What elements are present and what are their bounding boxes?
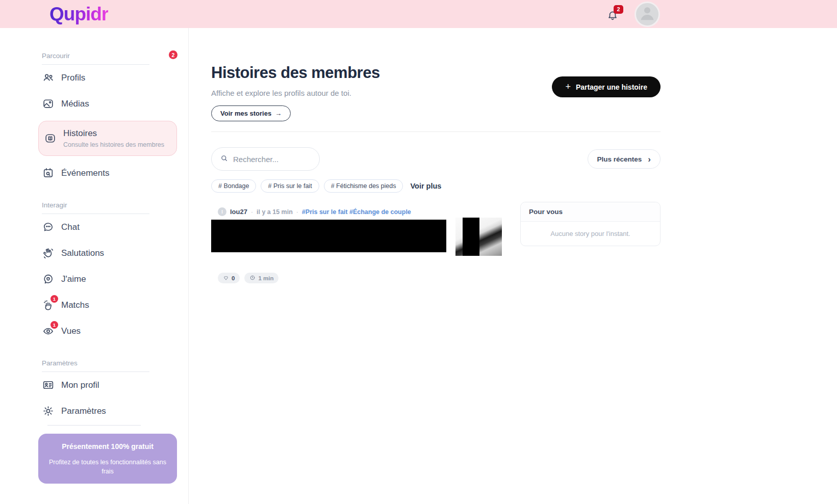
page-header-text: Histoires des membres Affiche et explore… xyxy=(211,64,380,121)
story-meta: l lou27 · il y a 15 min · #Pris sur le f… xyxy=(211,207,511,216)
story-author-name[interactable]: lou27 xyxy=(230,208,247,216)
section-badge: 2 xyxy=(169,50,177,59)
heart-bubble-icon xyxy=(42,273,55,285)
sidebar-item-label: Histoires xyxy=(63,128,164,139)
my-stories-button[interactable]: Voir mes stories → xyxy=(211,105,291,121)
like-button[interactable]: 0 xyxy=(218,273,240,283)
my-stories-label: Voir mes stories xyxy=(220,110,271,117)
sidebar-bottom: Présentement 100% gratuit Profitez de to… xyxy=(0,425,188,504)
chevron-right-icon: › xyxy=(648,155,651,164)
user-avatar[interactable] xyxy=(635,2,660,27)
see-more-tags-button[interactable]: Voir plus xyxy=(410,182,441,190)
sidebar-item-label: Paramètres xyxy=(61,406,106,416)
section-label: Parcourir xyxy=(42,52,70,60)
notifications-badge: 2 xyxy=(614,5,623,14)
sidebar-item-histoires[interactable]: Histoires Consulte les histoires des mem… xyxy=(38,121,177,156)
vues-badge: 1 xyxy=(50,321,58,329)
sidebar-item-label: Mon profil xyxy=(61,380,99,390)
meta-separator: · xyxy=(296,208,298,216)
story-thumbnail-image[interactable] xyxy=(455,218,502,256)
topbar-actions: 2 xyxy=(606,0,660,28)
sidebar-item-label: Événements xyxy=(61,168,110,178)
sidebar-item-label: Matchs xyxy=(61,300,89,310)
sidebar-item-salutations[interactable]: Salutations xyxy=(0,240,188,266)
sidebar-item-evenements[interactable]: Événements xyxy=(0,160,188,186)
arrow-right-icon: → xyxy=(275,110,282,117)
sidebar-item-label: Profils xyxy=(61,73,85,83)
story-card: l lou27 · il y a 15 min · #Pris sur le f… xyxy=(211,202,511,283)
sidebar-item-label: J'aime xyxy=(61,274,86,284)
plus-icon: + xyxy=(565,82,571,92)
sidebar-item-subtitle: Consulte les histoires des membres xyxy=(63,141,164,148)
id-card-icon xyxy=(42,379,55,391)
tag-chip-bondage[interactable]: # Bondage xyxy=(211,179,256,193)
page-header: Histoires des membres Affiche et explore… xyxy=(211,28,661,121)
story-book-icon xyxy=(44,132,57,145)
search-box[interactable] xyxy=(211,147,320,171)
sort-button[interactable]: Plus récentes › xyxy=(588,149,661,169)
sidebar-section-interagir: Interagir xyxy=(42,201,149,214)
chat-bubble-icon xyxy=(42,221,55,233)
tag-chip-pris-sur-le-fait[interactable]: # Pris sur le fait xyxy=(261,179,319,193)
sidebar-item-label: Chat xyxy=(61,222,80,232)
story-media xyxy=(211,220,511,256)
sidebar-item-profils[interactable]: Profils xyxy=(0,65,188,91)
app-logo[interactable]: Qupidr xyxy=(49,4,108,25)
promo-text: Profitez de toutes les fonctionnalités s… xyxy=(46,458,169,476)
sidebar-item-label: Salutations xyxy=(61,248,104,258)
image-icon xyxy=(42,97,55,110)
sidebar-item-medias[interactable]: Médias xyxy=(0,91,188,117)
sidebar-item-label: Médias xyxy=(61,99,89,109)
search-row: Plus récentes › xyxy=(211,147,661,171)
content-row: l lou27 · il y a 15 min · #Pris sur le f… xyxy=(211,202,661,283)
avatar-silhouette-icon xyxy=(637,3,657,25)
promo-title: Présentement 100% gratuit xyxy=(46,442,169,450)
eye-icon: 1 xyxy=(42,325,55,337)
share-story-button[interactable]: + Partager une histoire xyxy=(552,76,661,97)
thumbnail-redaction-bar xyxy=(463,218,479,256)
section-label: Paramètres xyxy=(42,359,78,367)
tags-row: # Bondage # Pris sur le fait # Fétichism… xyxy=(211,179,661,193)
duration-label: 1 min xyxy=(258,275,273,281)
meta-separator: · xyxy=(251,208,253,216)
story-footer: 0 1 min xyxy=(211,273,511,283)
sidebar-item-jaime[interactable]: J'aime xyxy=(0,266,188,292)
users-icon xyxy=(42,71,55,84)
notifications-button[interactable]: 2 xyxy=(606,7,619,21)
sidebar-item-label: Vues xyxy=(61,326,81,336)
sidebar-section-parametres: Paramètres xyxy=(42,359,149,372)
gear-icon xyxy=(42,405,55,417)
story-author-avatar[interactable]: l xyxy=(218,207,226,216)
calendar-search-icon xyxy=(42,167,55,179)
like-count: 0 xyxy=(232,275,235,281)
search-input[interactable] xyxy=(233,155,311,164)
heart-icon xyxy=(223,275,229,282)
for-you-empty-text: Aucune story pour l'instant. xyxy=(521,222,660,246)
story-redacted-content[interactable] xyxy=(211,220,446,252)
section-label: Interagir xyxy=(42,201,67,209)
bell-icon xyxy=(606,15,619,24)
story-duration: 1 min xyxy=(244,273,278,283)
sidebar-item-parametres[interactable]: Paramètres xyxy=(0,398,188,424)
sidebar: Parcourir 2 Profils Médias Histoires Con… xyxy=(0,28,189,504)
sidebar-item-chat[interactable]: Chat xyxy=(0,214,188,240)
sort-label: Plus récentes xyxy=(597,155,642,163)
promo-banner: Présentement 100% gratuit Profitez de to… xyxy=(38,434,177,484)
for-you-title: Pour vous xyxy=(521,202,660,222)
sidebar-item-matchs[interactable]: 1 Matchs xyxy=(0,292,188,318)
top-bar: Qupidr 2 xyxy=(0,0,837,28)
sidebar-item-vues[interactable]: 1 Vues xyxy=(0,318,188,344)
page-title: Histoires des membres xyxy=(211,64,380,82)
story-hashtags-link[interactable]: #Pris sur le fait #Échange de couple xyxy=(302,208,411,216)
story-timestamp: il y a 15 min xyxy=(257,208,293,216)
sidebar-section-parcourir: Parcourir 2 xyxy=(42,52,149,65)
sidebar-item-mon-profil[interactable]: Mon profil xyxy=(0,372,188,398)
sidebar-item-text: Histoires Consulte les histoires des mem… xyxy=(63,128,164,148)
matchs-badge: 1 xyxy=(50,295,58,303)
header-divider xyxy=(211,131,661,132)
match-hand-icon: 1 xyxy=(42,299,55,311)
share-story-label: Partager une histoire xyxy=(576,83,647,91)
clock-icon xyxy=(249,275,256,282)
sidebar-divider xyxy=(47,425,141,426)
tag-chip-fetichisme-des-pieds[interactable]: # Fétichisme des pieds xyxy=(324,179,403,193)
